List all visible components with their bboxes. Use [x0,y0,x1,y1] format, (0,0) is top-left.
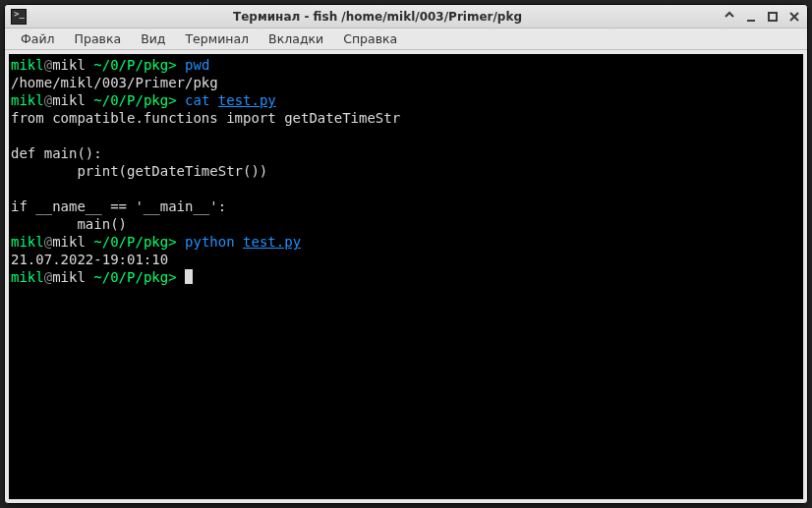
menu-terminal[interactable]: Терминал [177,29,257,48]
prompt-path: ~/0/P/pkg [93,57,168,73]
file-line: if __name__ == '__main__': [11,198,226,214]
cmd-cat: cat [185,92,209,108]
window-controls [723,10,801,24]
menu-edit[interactable]: Правка [67,29,130,48]
window-title: Терминал - fish /home/mikl/003/Primer/pk… [32,10,723,24]
terminal-viewport: mikl@mikl ~/0/P/pkg> pwd /home/mikl/003/… [5,50,807,503]
prompt-sym: > [168,234,176,250]
file-line: print(getDateTimeStr()) [11,163,267,179]
menu-view[interactable]: Вид [133,29,173,48]
menu-file[interactable]: Файл [13,29,63,48]
shade-button[interactable] [723,10,736,24]
close-button[interactable] [787,10,801,24]
terminal[interactable]: mikl@mikl ~/0/P/pkg> pwd /home/mikl/003/… [9,54,803,499]
terminal-icon [11,9,27,25]
file-line: def main(): [11,145,102,161]
prompt-host: mikl [52,269,86,285]
prompt-sym: > [168,92,176,108]
file-line: from compatible.functions import getDate… [11,110,400,126]
menu-tabs[interactable]: Вкладки [261,29,331,48]
prompt-path: ~/0/P/pkg [93,234,168,250]
prompt-sym: > [168,57,176,73]
arg-testpy: test.py [243,234,301,250]
prompt-user: mikl [11,92,44,108]
cursor-block [185,269,193,284]
maximize-button[interactable] [766,10,780,24]
prompt-host: mikl [52,92,86,108]
cmd-pwd: pwd [185,57,209,73]
file-line: main() [11,216,127,232]
menubar: Файл Правка Вид Терминал Вкладки Справка [5,28,807,50]
prompt-at: @ [44,92,52,108]
arg-testpy: test.py [218,92,276,108]
prompt-at: @ [44,269,52,285]
prompt-path: ~/0/P/pkg [93,92,168,108]
cmd-python: python [185,234,235,250]
prompt-host: mikl [52,234,86,250]
prompt-sym: > [168,269,176,285]
minimize-button[interactable] [744,10,758,24]
out-pwd: /home/mikl/003/Primer/pkg [11,75,218,90]
menu-help[interactable]: Справка [335,29,405,48]
prompt-path: ~/0/P/pkg [93,269,168,285]
prompt-user: mikl [11,269,44,285]
prompt-user: mikl [11,234,44,250]
terminal-window: Терминал - fish /home/mikl/003/Primer/pk… [4,4,808,504]
svg-rect-6 [769,13,777,21]
titlebar[interactable]: Терминал - fish /home/mikl/003/Primer/pk… [5,5,807,28]
out-python: 21.07.2022-19:01:10 [11,252,168,267]
prompt-user: mikl [11,57,44,73]
prompt-at: @ [44,57,52,73]
prompt-at: @ [44,234,52,250]
prompt-host: mikl [52,57,86,73]
